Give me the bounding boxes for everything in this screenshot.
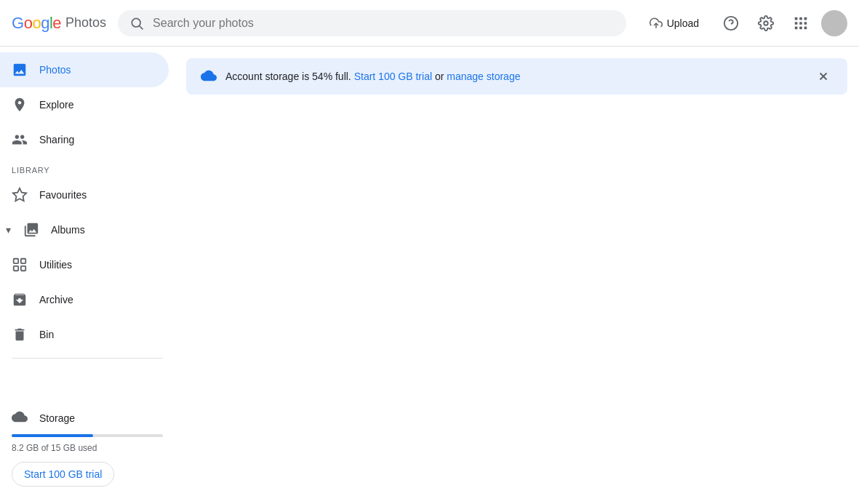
cloud-icon — [12, 409, 28, 427]
sidebar-item-archive[interactable]: Archive — [0, 282, 169, 317]
close-icon — [817, 70, 830, 83]
sidebar-item-sharing[interactable]: Sharing — [0, 122, 169, 157]
banner-manage-link[interactable]: manage storage — [447, 71, 520, 82]
sidebar-item-sharing-label: Sharing — [39, 134, 74, 145]
library-section-label: LIBRARY — [0, 160, 175, 177]
apps-icon — [793, 15, 809, 31]
svg-rect-7 — [799, 17, 802, 20]
svg-rect-16 — [14, 259, 18, 263]
storage-bar-container — [12, 434, 163, 437]
logo[interactable]: Google Photos — [12, 14, 106, 33]
svg-marker-15 — [13, 188, 26, 201]
svg-rect-10 — [799, 22, 802, 25]
sharing-icon — [12, 132, 28, 148]
main-content: Account storage is 54% full. Start 100 G… — [175, 47, 859, 504]
banner-text: Account storage is 54% full. Start 100 G… — [225, 71, 805, 82]
banner-or: or — [435, 71, 447, 82]
utilities-icon — [12, 257, 28, 273]
albums-icon — [23, 222, 39, 238]
settings-button[interactable] — [751, 9, 780, 38]
sidebar-item-archive-label: Archive — [39, 294, 73, 305]
svg-rect-9 — [795, 22, 798, 25]
upload-button[interactable]: Upload — [638, 11, 711, 36]
svg-rect-8 — [804, 17, 807, 20]
storage-label: Storage — [12, 409, 163, 427]
sidebar-item-explore[interactable]: Explore — [0, 87, 169, 122]
search-bar — [118, 10, 626, 36]
upload-label: Upload — [667, 17, 699, 29]
sidebar-item-photos-label: Photos — [39, 64, 71, 76]
sidebar-item-photos[interactable]: Photos — [0, 52, 169, 87]
banner-trial-link[interactable]: Start 100 GB trial — [354, 71, 432, 82]
avatar[interactable] — [821, 10, 847, 36]
gear-icon — [758, 15, 774, 31]
sidebar-item-bin[interactable]: Bin — [0, 317, 169, 352]
sidebar-item-explore-label: Explore — [39, 99, 73, 111]
photos-wordmark: Photos — [65, 15, 106, 31]
storage-bar-fill — [12, 434, 93, 437]
explore-icon — [12, 97, 28, 113]
sidebar-item-utilities[interactable]: Utilities — [0, 247, 169, 282]
storage-text-label: Storage — [39, 412, 75, 424]
sidebar: Photos Explore Sharing LIBRARY — [0, 47, 175, 504]
sidebar-item-favourites[interactable]: Favourites — [0, 177, 169, 212]
banner-close-button[interactable] — [814, 67, 833, 86]
svg-rect-13 — [799, 26, 802, 29]
sidebar-item-bin-label: Bin — [39, 329, 54, 340]
header: Google Photos Upload — [0, 0, 859, 47]
search-icon — [129, 16, 144, 31]
sidebar-item-utilities-label: Utilities — [39, 259, 72, 271]
help-icon — [723, 15, 739, 31]
storage-section: Storage 8.2 GB of 15 GB used Start 100 G… — [0, 403, 175, 498]
google-wordmark: Google — [12, 14, 61, 33]
photos-icon — [12, 62, 28, 78]
sidebar-divider — [12, 358, 163, 359]
sidebar-item-favourites-label: Favourites — [39, 189, 87, 201]
upload-icon — [650, 17, 663, 30]
help-button[interactable] — [716, 9, 746, 38]
storage-trial-button[interactable]: Start 100 GB trial — [12, 462, 114, 487]
search-input[interactable] — [153, 17, 615, 30]
storage-banner: Account storage is 54% full. Start 100 G… — [186, 58, 847, 95]
banner-message: Account storage is 54% full. — [225, 71, 351, 82]
chevron-down-icon: ▾ — [6, 224, 11, 236]
svg-point-5 — [764, 21, 768, 25]
svg-rect-12 — [795, 26, 798, 29]
svg-rect-19 — [14, 266, 18, 271]
header-actions: Upload — [638, 9, 847, 38]
svg-rect-11 — [804, 22, 807, 25]
svg-rect-17 — [21, 259, 25, 263]
apps-button[interactable] — [786, 9, 815, 38]
sidebar-item-albums[interactable]: ▾ Albums — [0, 212, 169, 247]
banner-cloud-icon — [201, 68, 217, 86]
bin-icon — [12, 327, 28, 343]
star-icon — [12, 187, 28, 203]
storage-used-text: 8.2 GB of 15 GB used — [12, 443, 163, 453]
sidebar-item-albums-label: Albums — [51, 224, 85, 236]
svg-rect-14 — [804, 26, 807, 29]
svg-rect-6 — [795, 17, 798, 20]
svg-point-0 — [132, 18, 140, 27]
svg-line-1 — [140, 25, 143, 29]
svg-rect-18 — [21, 266, 25, 271]
layout: Photos Explore Sharing LIBRARY — [0, 47, 859, 504]
archive-icon — [12, 292, 28, 308]
